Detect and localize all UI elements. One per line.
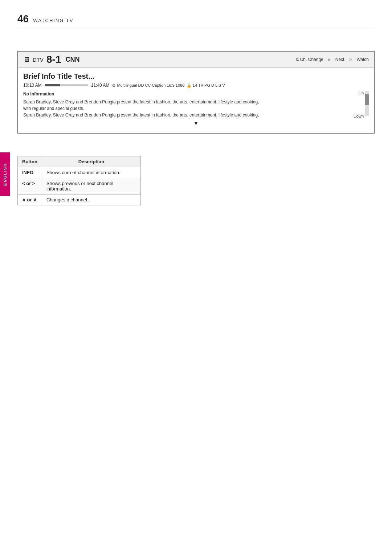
watch-label: Watch [356, 57, 369, 62]
page-number: 46 [17, 13, 29, 25]
tv-controls: ⇅ Ch. Change ▶ Next ⊙ Watch [295, 57, 369, 62]
info-table: Button Description INFOShows current cha… [17, 156, 141, 205]
tv-icon: 🖥 [23, 56, 30, 64]
time-start: 10:10 AM [23, 83, 42, 88]
tv-info-header: 🖥 DTV 8-1 CNN ⇅ Ch. Change ▶ Next ⊙ Watc… [18, 52, 374, 68]
desc-line1: Sarah Bradley, Steve Gray and Brendon Po… [23, 99, 347, 105]
next-control[interactable]: Next [335, 57, 344, 62]
watch-control[interactable]: Watch [356, 57, 369, 62]
tv-info-box: 🖥 DTV 8-1 CNN ⇅ Ch. Change ▶ Next ⊙ Watc… [17, 51, 375, 134]
side-tab: ENGLISH [0, 152, 10, 196]
desc-line2: with regular and special guests. [23, 105, 347, 112]
side-tab-label: ENGLISH [3, 163, 7, 186]
cell-button: ∧ or ∨ [18, 194, 42, 205]
cell-button: INFO [18, 167, 42, 178]
program-desc-text: No information Sarah Bradley, Steve Gray… [23, 91, 347, 118]
table-header-row: Button Description [18, 156, 141, 167]
scroll-track [365, 91, 369, 116]
no-info-label: No information [23, 91, 347, 97]
program-title: Brief Info Title Test... [23, 72, 369, 81]
program-time-row: 10:10 AM 11:40 AM ⊙ Multilingual DD CC C… [23, 83, 369, 88]
channel-number: 8-1 [46, 54, 61, 65]
scroll-indicator: Up Down [351, 91, 369, 118]
col-header-button: Button [18, 156, 42, 167]
scroll-down-label: Down [354, 114, 364, 118]
ch-change-label: Ch. Change [300, 57, 323, 62]
meta-text: Multilingual DD CC Caption 16:9 1080i 🔒 … [117, 83, 225, 88]
progress-fill [45, 84, 60, 86]
cell-button: < or > [18, 178, 42, 194]
cell-description: Shows current channel information. [42, 167, 140, 178]
col-header-description: Description [42, 156, 140, 167]
progress-bar [45, 84, 88, 86]
down-arrow-icon: ▼ [23, 118, 369, 128]
ch-change-control[interactable]: ⇅ Ch. Change [295, 57, 323, 62]
tv-content: Brief Info Title Test... 10:10 AM 11:40 … [18, 68, 374, 133]
divider2: ⊙ [348, 57, 352, 62]
ch-change-icon: ⇅ [295, 57, 299, 62]
scroll-up-label: Up [359, 91, 364, 95]
program-desc-area: No information Sarah Bradley, Steve Gray… [23, 91, 369, 118]
page-header: 46 WATCHING TV [17, 13, 375, 27]
table-row: INFOShows current channel information. [18, 167, 141, 178]
desc-line3: Sarah Bradley, Steve Gray and Brendon Po… [23, 112, 347, 118]
divider1: ▶ [328, 57, 331, 62]
meta-icons: ⊙ Multilingual DD CC Caption 16:9 1080i … [112, 83, 225, 88]
time-end: 11:40 AM [91, 83, 110, 88]
table-row: < or >Shows previous or next channel inf… [18, 178, 141, 194]
channel-info: 🖥 DTV 8-1 CNN [23, 54, 79, 65]
meta-icon: ⊙ [112, 83, 115, 88]
dtv-label: DTV [33, 57, 44, 63]
scroll-thumb [365, 94, 369, 105]
cell-description: Shows previous or next channel informati… [42, 178, 140, 194]
network-label: CNN [65, 56, 79, 64]
table-row: ∧ or ∨Changes a channel. [18, 194, 141, 205]
next-label: Next [335, 57, 344, 62]
cell-description: Changes a channel. [42, 194, 140, 205]
page-title: WATCHING TV [33, 18, 73, 23]
